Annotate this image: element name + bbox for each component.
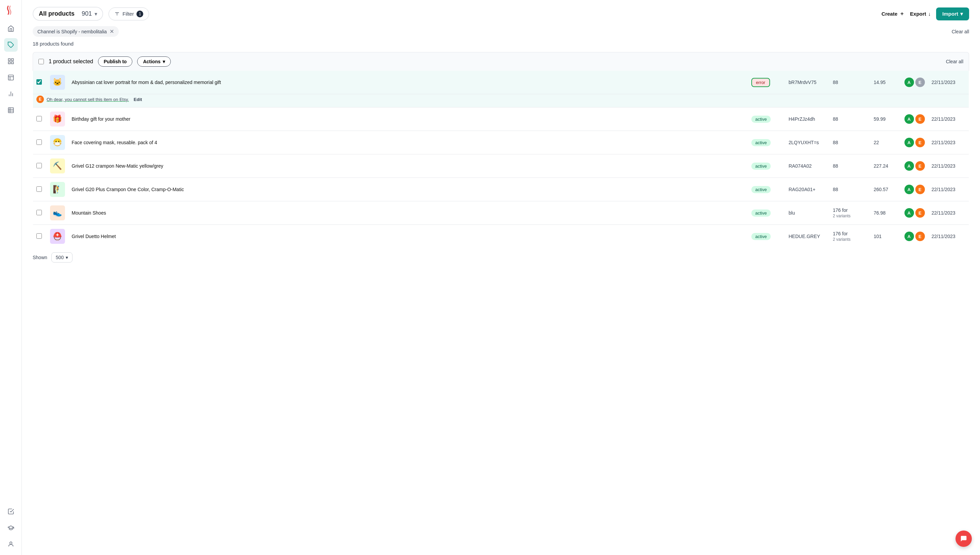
row-checkbox[interactable]	[36, 79, 42, 85]
chevron-down-icon: ▾	[95, 11, 97, 17]
product-status-cell: active	[748, 178, 786, 201]
product-name[interactable]: Face covering mask, reusable. pack of 4	[72, 140, 157, 145]
channel-icon-shopify: A	[904, 184, 914, 194]
filter-tag-text: Channel is Shopify - nembolitalia	[37, 29, 107, 34]
product-date-cell: 22/11/2023	[928, 178, 969, 201]
channel-icons: AE	[904, 161, 925, 171]
price-value: 14.95	[874, 80, 886, 85]
sidebar-item-analytics[interactable]	[4, 87, 18, 101]
sidebar-item-tag[interactable]	[4, 38, 18, 52]
chevron-down-icon: ▾	[960, 11, 963, 17]
product-name-cell: Abyssinian cat lover portrait for mom & …	[68, 71, 748, 94]
remove-filter-icon[interactable]: ✕	[109, 28, 114, 35]
download-icon: ↓	[928, 11, 931, 17]
date-value: 22/11/2023	[932, 80, 956, 85]
status-badge: active	[751, 233, 771, 240]
shown-value: 500	[56, 255, 64, 260]
header-right: Create ＋ Export ↓ Import ▾	[882, 8, 969, 21]
products-dropdown[interactable]: All products 901 ▾	[33, 7, 103, 21]
product-name[interactable]: Grivel G12 crampon New-Matic yellow/grey	[72, 163, 163, 169]
sidebar-item-table[interactable]	[4, 103, 18, 117]
create-button[interactable]: Create ＋	[882, 11, 905, 17]
product-name[interactable]: Abyssinian cat lover portrait for mom & …	[72, 80, 221, 85]
product-table: 🐱 Abyssinian cat lover portrait for mom …	[33, 71, 969, 248]
create-label: Create	[882, 11, 898, 17]
shown-label: Shown	[33, 255, 47, 260]
channel-icon-shopify: A	[904, 232, 914, 241]
row-checkbox[interactable]	[36, 186, 42, 192]
product-status-cell: active	[748, 201, 786, 225]
import-button[interactable]: Import ▾	[936, 8, 969, 21]
sidebar-item-tasks[interactable]	[4, 505, 18, 518]
svg-rect-5	[8, 75, 13, 80]
filter-button[interactable]: Filter 1	[109, 8, 149, 21]
table-footer: Shown 500 ▾	[33, 248, 969, 266]
product-image-cell: ⛑️	[47, 225, 68, 248]
status-badge: active	[751, 115, 771, 123]
channel-icons: AE	[904, 232, 925, 241]
edit-link[interactable]: Edit	[134, 97, 142, 102]
channel-icons: AE	[904, 114, 925, 124]
price-value: 227.24	[874, 163, 888, 169]
sidebar-item-orders[interactable]	[4, 71, 18, 84]
product-sku-cell: H4PrZJz4dh	[786, 107, 830, 131]
row-checkbox[interactable]	[36, 140, 42, 145]
sku-value: 2LQYUXHT=s	[789, 140, 819, 145]
product-sku-cell: RA074A02	[786, 154, 830, 178]
header-row: All products 901 ▾ Filter 1 Create ＋ Exp…	[33, 7, 969, 21]
product-qty-cell: 88	[830, 71, 871, 94]
product-qty-cell: 88	[830, 131, 871, 154]
filter-icon	[114, 11, 120, 17]
error-message-cell: E Oh dear, you cannot sell this item on …	[33, 94, 969, 107]
row-checkbox[interactable]	[36, 163, 42, 168]
sidebar-item-user[interactable]	[4, 537, 18, 551]
product-channels-cell: AE	[901, 178, 928, 201]
product-sku-cell: bR7MrdvV75	[786, 71, 830, 94]
channel-icon-etsy: E	[915, 161, 925, 171]
sidebar-item-home[interactable]	[4, 22, 18, 35]
table-row: 🐱 Abyssinian cat lover portrait for mom …	[33, 71, 969, 94]
product-qty-cell: 88	[830, 178, 871, 201]
app-logo[interactable]	[5, 4, 17, 16]
header-left: All products 901 ▾ Filter 1	[33, 7, 149, 21]
variants-text: 2 variants	[833, 213, 851, 218]
product-name[interactable]: Grivel Duetto Helmet	[72, 234, 116, 239]
row-checkbox[interactable]	[36, 116, 42, 121]
error-text: Oh dear, you cannot sell this item on Et…	[47, 97, 129, 102]
select-all-checkbox[interactable]	[39, 59, 44, 64]
actions-label: Actions	[143, 59, 160, 64]
export-button[interactable]: Export ↓	[910, 11, 931, 17]
product-date-cell: 22/11/2023	[928, 131, 969, 154]
main-content: All products 901 ▾ Filter 1 Create ＋ Exp…	[22, 0, 980, 555]
chevron-down-icon: ▾	[163, 59, 165, 64]
row-checkbox-cell	[33, 154, 47, 178]
product-channels-cell: AE	[901, 201, 928, 225]
product-name[interactable]: Mountain Shoes	[72, 210, 106, 216]
product-price-cell: 59.99	[871, 107, 901, 131]
actions-button[interactable]: Actions ▾	[137, 56, 170, 67]
row-checkbox-cell	[33, 107, 47, 131]
product-name[interactable]: Grivel G20 Plus Crampon One Color, Cramp…	[72, 187, 184, 192]
status-badge: active	[751, 139, 771, 146]
product-price-cell: 101	[871, 225, 901, 248]
error-message-row: E Oh dear, you cannot sell this item on …	[33, 94, 969, 107]
publish-to-button[interactable]: Publish to	[98, 56, 133, 67]
svg-rect-3	[8, 62, 10, 64]
export-label: Export	[910, 11, 926, 17]
sidebar-item-learn[interactable]	[4, 521, 18, 534]
filter-count: 1	[137, 11, 143, 18]
quantity-value: 176 for	[833, 207, 848, 213]
row-checkbox[interactable]	[36, 233, 42, 239]
clear-all-filters-button[interactable]: Clear all	[952, 29, 969, 34]
shown-select[interactable]: 500 ▾	[51, 252, 72, 263]
row-checkbox-cell	[33, 225, 47, 248]
product-name-cell: Mountain Shoes	[68, 201, 748, 225]
row-checkbox[interactable]	[36, 210, 42, 215]
sidebar-item-grid[interactable]	[4, 55, 18, 68]
clear-selection-button[interactable]: Clear all	[946, 59, 963, 64]
channel-icons: AE	[904, 184, 925, 194]
product-image: ⛏️	[50, 159, 65, 173]
chat-button[interactable]	[956, 531, 972, 547]
product-name[interactable]: Birthday gift for your mother	[72, 116, 131, 122]
product-image: 👟	[50, 205, 65, 220]
